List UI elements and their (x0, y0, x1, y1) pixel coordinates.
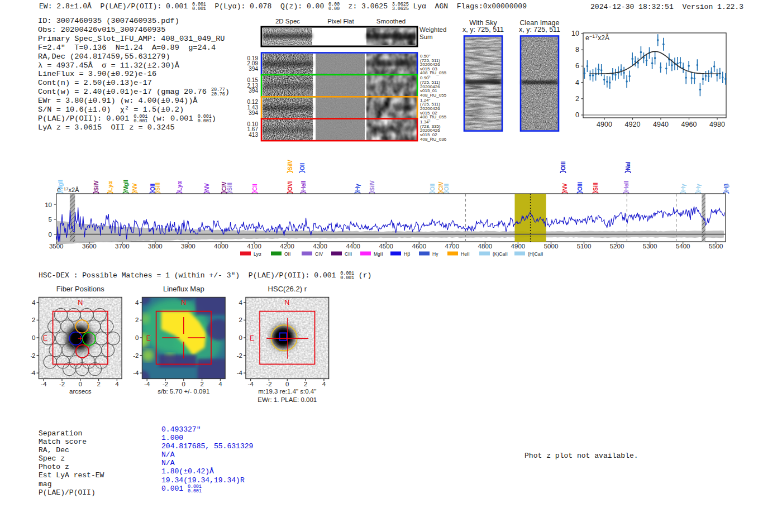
svg-text:5500: 5500 (709, 243, 723, 250)
svg-text:0: 0 (182, 381, 185, 387)
svg-text:-4: -4 (31, 370, 36, 376)
svg-text:HeII: HeII (623, 180, 630, 191)
svg-text:-4: -4 (41, 381, 47, 387)
svg-text:408_RU_055: 408_RU_055 (420, 114, 447, 119)
svg-text:2: 2 (575, 95, 579, 103)
svg-text:394: 394 (249, 66, 258, 72)
svg-text:Lyα: Lyα (254, 251, 261, 257)
svg-text:413: 413 (249, 132, 258, 138)
svg-text:4500: 4500 (379, 243, 393, 250)
svg-text:0: 0 (135, 334, 139, 341)
svg-text:5: 5 (49, 216, 52, 223)
svg-text:SiIV: SiIV (287, 160, 293, 170)
svg-text:N: N (78, 299, 83, 306)
svg-text:6: 6 (575, 62, 579, 70)
svg-text:OIII: OIII (577, 182, 583, 191)
svg-text:2: 2 (239, 317, 242, 323)
svg-text:OVI: OVI (287, 181, 293, 191)
svg-text:Pixel Flat: Pixel Flat (327, 18, 354, 25)
svg-text:-4: -4 (144, 381, 150, 387)
svg-text:0: 0 (32, 334, 35, 341)
svg-text:SiIV: SiIV (93, 180, 99, 191)
svg-text:5300: 5300 (643, 243, 657, 250)
svg-text:0: 0 (285, 381, 289, 387)
svg-text:4: 4 (115, 381, 119, 387)
svg-text:Sum: Sum (419, 33, 433, 40)
svg-text:3900: 3900 (181, 243, 196, 250)
svg-text:-4: -4 (133, 370, 139, 376)
svg-text:Weighted: Weighted (419, 26, 446, 33)
svg-text:Hβ: Hβ (404, 251, 410, 257)
svg-text:-2: -2 (266, 381, 271, 387)
svg-text:10: 10 (571, 30, 579, 37)
svg-text:4: 4 (239, 299, 243, 306)
svg-text:Lyα: Lyα (107, 181, 113, 191)
svg-text:Smoothed: Smoothed (376, 18, 406, 25)
svg-text:8: 8 (575, 46, 579, 54)
svg-text:5000: 5000 (544, 243, 559, 250)
svg-text:3800: 3800 (148, 243, 163, 250)
svg-text:10: 10 (45, 202, 52, 208)
svg-text:x, y: 725, 511: x, y: 725, 511 (462, 26, 504, 33)
svg-text:m:19.3 re:1.4" s:0.4": m:19.3 re:1.4" s:0.4" (258, 388, 316, 395)
svg-text:Lineflux Map: Lineflux Map (163, 285, 204, 293)
svg-text:408_RU_055: 408_RU_055 (420, 93, 447, 98)
svg-text:0: 0 (575, 111, 579, 119)
svg-text:e−17x2Å: e−17x2Å (585, 33, 609, 42)
svg-text:2D Spec: 2D Spec (275, 18, 300, 25)
svg-text:4: 4 (135, 299, 139, 306)
svg-text:4400: 4400 (346, 243, 360, 250)
svg-text:arcsecs: arcsecs (69, 388, 92, 395)
svg-text:Hβ: Hβ (723, 184, 729, 191)
svg-text:-2: -2 (31, 352, 36, 359)
svg-text:3500: 3500 (49, 243, 64, 250)
svg-text:EWr: 1. PLAE: 0.001: EWr: 1. PLAE: 0.001 (258, 396, 317, 403)
svg-text:SiIV: SiIV (369, 180, 375, 191)
svg-text:Lyα: Lyα (177, 181, 183, 191)
svg-text:2: 2 (304, 381, 307, 387)
svg-text:0: 0 (49, 231, 52, 238)
svg-text:Hγ: Hγ (432, 251, 438, 257)
svg-text:2: 2 (200, 381, 203, 387)
svg-text:4600: 4600 (412, 243, 427, 250)
svg-text:HSC(26.2) r: HSC(26.2) r (268, 285, 307, 293)
svg-text:0: 0 (79, 381, 82, 387)
svg-text:OIII: OIII (560, 161, 566, 170)
svg-text:(K)CaII: (K)CaII (493, 251, 508, 257)
svg-text:3700: 3700 (115, 243, 130, 250)
svg-text:4100: 4100 (247, 243, 261, 250)
svg-text:s/b: 5.70 +/- 0.091: s/b: 5.70 +/- 0.091 (158, 388, 209, 395)
svg-text:394: 394 (249, 110, 258, 116)
svg-text:0: 0 (239, 334, 242, 341)
svg-text:-2: -2 (133, 352, 139, 359)
svg-text:408_RU_055: 408_RU_055 (420, 70, 447, 75)
svg-text:E: E (43, 334, 47, 342)
svg-text:CIII: CIII (345, 251, 352, 257)
svg-text:MgII: MgII (123, 180, 129, 191)
svg-text:2: 2 (97, 381, 100, 387)
svg-text:4: 4 (575, 79, 579, 87)
svg-text:4900: 4900 (597, 121, 612, 128)
svg-text:4960: 4960 (681, 121, 697, 128)
svg-text:-4: -4 (248, 381, 254, 387)
svg-text:-2: -2 (163, 381, 168, 387)
svg-text:408_RU_036: 408_RU_036 (420, 137, 447, 142)
svg-text:MgII: MgII (374, 251, 383, 257)
svg-text:Fiber Positions: Fiber Positions (56, 285, 104, 293)
svg-text:SiII: SiII (593, 183, 599, 191)
svg-text:NV: NV (132, 183, 138, 191)
svg-text:5200: 5200 (610, 243, 624, 250)
svg-text:OII: OII (299, 162, 306, 170)
svg-text:SiII: SiII (155, 183, 161, 191)
svg-text:CII: CII (252, 184, 258, 191)
svg-text:4940: 4940 (653, 121, 669, 128)
svg-text:4: 4 (32, 299, 36, 306)
svg-text:N: N (181, 299, 186, 306)
svg-text:5100: 5100 (577, 243, 592, 250)
svg-text:(H)CaII: (H)CaII (528, 251, 543, 257)
svg-text:-4: -4 (237, 370, 243, 376)
svg-text:OII: OII (284, 251, 290, 257)
svg-text:4700: 4700 (445, 243, 460, 250)
svg-text:4200: 4200 (280, 243, 294, 250)
svg-text:N: N (284, 299, 289, 306)
